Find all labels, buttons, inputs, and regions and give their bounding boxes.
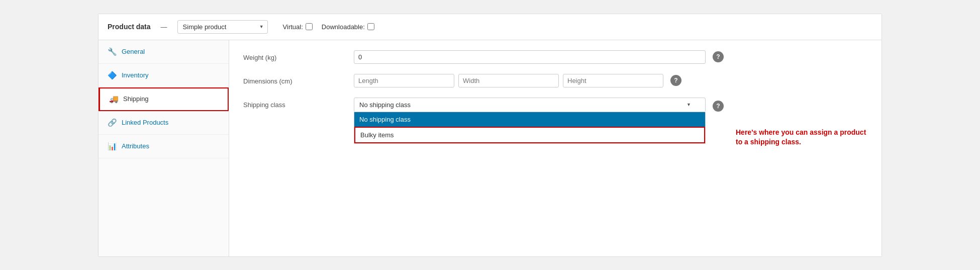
downloadable-option: Downloadable: <box>322 23 374 31</box>
sidebar-item-attributes-label: Attributes <box>122 142 149 150</box>
dimensions-row: Dimensions (cm) ? <box>243 74 867 87</box>
sidebar-item-linked-products[interactable]: 🔗 Linked Products <box>99 111 229 135</box>
sidebar-item-inventory-label: Inventory <box>122 71 148 79</box>
sidebar-item-linked-products-label: Linked Products <box>122 119 168 126</box>
height-input[interactable] <box>563 74 663 87</box>
weight-inputs: ? <box>354 50 867 64</box>
shipping-option-no-class[interactable]: No shipping class <box>354 112 705 127</box>
sidebar: 🔧 General 🔷 Inventory 🚚 Shipping 🔗 Linke… <box>99 40 229 256</box>
shipping-class-selected-value: No shipping class <box>359 101 411 109</box>
shipping-class-label: Shipping class <box>243 98 354 109</box>
dropdown-arrow-icon: ▼ <box>687 102 691 107</box>
table-icon: 📊 <box>108 142 117 151</box>
shipping-class-select-button[interactable]: No shipping class ▼ <box>354 98 706 112</box>
shipping-class-inputs: No shipping class ▼ No shipping class Bu… <box>354 98 867 147</box>
product-options-group: Virtual: Downloadable: <box>283 23 374 31</box>
dimensions-label: Dimensions (cm) <box>243 74 354 85</box>
sidebar-item-general-label: General <box>122 48 145 55</box>
product-type-wrapper[interactable]: Simple product <box>177 20 268 34</box>
inventory-icon: 🔷 <box>108 71 117 80</box>
dimensions-inputs: ? <box>354 74 867 87</box>
weight-help-icon[interactable]: ? <box>713 51 724 62</box>
truck-icon: 🚚 <box>109 95 118 104</box>
shipping-class-row: Shipping class No shipping class ▼ No sh… <box>243 98 867 147</box>
virtual-label: Virtual: <box>283 23 303 31</box>
shipping-option-bulky[interactable]: Bulky items <box>354 127 705 143</box>
link-icon: 🔗 <box>108 118 117 127</box>
shipping-class-dropdown-wrapper[interactable]: No shipping class ▼ No shipping class Bu… <box>354 98 706 112</box>
sidebar-item-attributes[interactable]: 📊 Attributes <box>99 135 229 158</box>
virtual-option: Virtual: <box>283 23 313 31</box>
dash-separator: — <box>161 23 167 31</box>
product-data-header: Product data — Simple product Virtual: D… <box>99 14 881 40</box>
downloadable-checkbox[interactable] <box>367 23 374 30</box>
shipping-class-help-icon[interactable]: ? <box>713 101 724 112</box>
weight-label: Weight (kg) <box>243 50 354 61</box>
weight-row: Weight (kg) ? <box>243 50 867 64</box>
length-input[interactable] <box>354 74 454 87</box>
downloadable-label: Downloadable: <box>322 23 365 31</box>
sidebar-item-shipping-label: Shipping <box>123 95 149 103</box>
sidebar-item-general[interactable]: 🔧 General <box>99 40 229 64</box>
sidebar-item-inventory[interactable]: 🔷 Inventory <box>99 64 229 87</box>
width-input[interactable] <box>458 74 559 87</box>
sidebar-item-shipping[interactable]: 🚚 Shipping <box>99 87 229 111</box>
main-layout: 🔧 General 🔷 Inventory 🚚 Shipping 🔗 Linke… <box>99 40 881 256</box>
product-data-label: Product data <box>108 23 151 31</box>
dimensions-help-icon[interactable]: ? <box>670 75 681 86</box>
wrench-icon: 🔧 <box>108 47 117 56</box>
virtual-checkbox[interactable] <box>306 23 313 30</box>
product-data-panel: Product data — Simple product Virtual: D… <box>98 14 882 257</box>
shipping-content: Weight (kg) ? Dimensions (cm) ? Shipping <box>229 40 881 256</box>
product-type-select[interactable]: Simple product <box>177 20 268 34</box>
shipping-class-dropdown-list: No shipping class Bulky items <box>354 112 706 144</box>
shipping-class-annotation: Here's where you can assign a product to… <box>736 128 866 147</box>
weight-input[interactable] <box>354 50 706 64</box>
